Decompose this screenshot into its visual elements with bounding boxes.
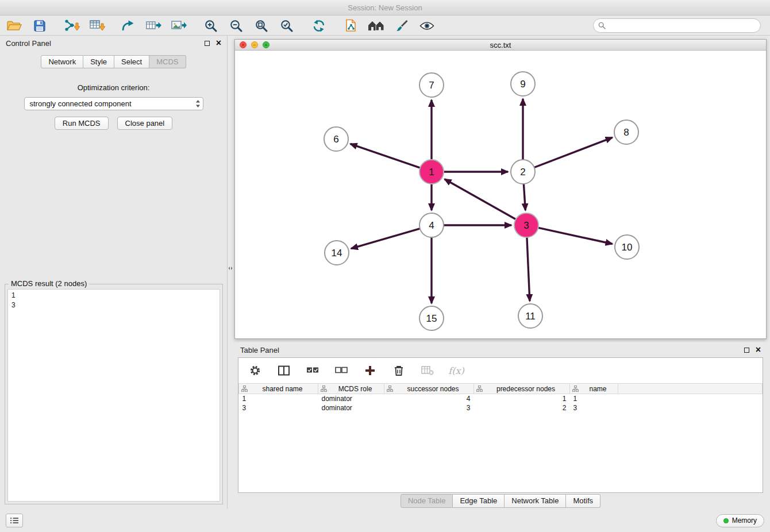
export-table-icon[interactable] xyxy=(145,17,162,34)
window-titlebar: Session: New Session xyxy=(0,0,770,16)
table-cell[interactable]: 1 xyxy=(239,394,318,403)
table-toolbar: f(x) xyxy=(238,358,763,383)
float-table-panel-icon[interactable] xyxy=(744,348,749,353)
graph-node-label: 11 xyxy=(525,311,536,322)
panel-splitter-handle[interactable] xyxy=(227,261,234,277)
delete-table-icon[interactable] xyxy=(419,362,436,379)
close-panel-button[interactable]: Close panel xyxy=(117,117,173,130)
column-header-name[interactable]: name xyxy=(570,384,618,394)
graph-node-7[interactable]: 7 xyxy=(419,73,444,97)
show-graphics-details-icon[interactable] xyxy=(418,17,436,34)
table-tab-motifs[interactable]: Motifs xyxy=(566,494,600,508)
search-input[interactable] xyxy=(609,21,756,30)
graph-node-label: 15 xyxy=(426,313,437,324)
graph-node-9[interactable]: 9 xyxy=(511,72,535,96)
graph-edge-4-14[interactable] xyxy=(351,229,420,249)
function-builder-icon[interactable]: f(x) xyxy=(448,362,465,379)
column-type-icon xyxy=(241,385,248,392)
mcds-result-list[interactable]: 13 xyxy=(7,289,220,502)
refresh-view-icon[interactable] xyxy=(310,17,328,34)
table-cell[interactable]: 3 xyxy=(384,403,474,413)
apply-style-icon[interactable] xyxy=(393,17,410,34)
zoom-selected-icon[interactable] xyxy=(278,17,295,34)
select-all-columns-icon[interactable] xyxy=(304,362,321,379)
zoom-out-icon[interactable] xyxy=(228,17,245,34)
table-tab-network-table[interactable]: Network Table xyxy=(505,494,566,508)
tab-mcds[interactable]: MCDS xyxy=(149,55,186,68)
table-cell[interactable]: 1 xyxy=(474,394,570,403)
ui-settings-button[interactable] xyxy=(6,514,23,527)
delete-columns-icon[interactable] xyxy=(390,362,407,379)
export-network-icon[interactable] xyxy=(120,17,137,34)
graph-node-11[interactable]: 11 xyxy=(518,304,542,328)
graph-node-10[interactable]: 10 xyxy=(615,235,639,259)
graph-edge-3-1[interactable] xyxy=(445,179,516,219)
table-panel: Table Panel × xyxy=(234,342,767,509)
graph-node-1[interactable]: 1 xyxy=(419,160,444,184)
network-view-window: × − + scc.txt 7968124314101511 xyxy=(234,39,767,339)
home-icon[interactable] xyxy=(368,17,385,34)
graph-node-label: 1 xyxy=(429,167,434,178)
table-cell-filler xyxy=(618,403,763,413)
criterion-dropdown[interactable]: strongly connected component xyxy=(24,97,203,110)
graph-node-2[interactable]: 2 xyxy=(511,160,535,184)
run-mcds-button[interactable]: Run MCDS xyxy=(55,117,109,130)
table-cell[interactable]: 1 xyxy=(570,394,618,403)
graph-node-8[interactable]: 8 xyxy=(614,120,638,144)
close-table-panel-icon[interactable]: × xyxy=(756,346,761,353)
graph-node-15[interactable]: 15 xyxy=(419,306,444,330)
table-cell[interactable]: 4 xyxy=(384,394,474,403)
minimize-window-icon[interactable]: − xyxy=(251,41,258,48)
network-graph[interactable]: 7968124314101511 xyxy=(235,51,766,338)
float-panel-icon[interactable] xyxy=(205,41,210,46)
column-header-label: predecessor nodes xyxy=(496,385,555,393)
window-title: Session: New Session xyxy=(348,3,422,12)
graph-node-label: 6 xyxy=(333,134,338,145)
graph-node-14[interactable]: 14 xyxy=(325,241,349,265)
graph-node-label: 2 xyxy=(520,167,525,178)
close-panel-icon[interactable]: × xyxy=(216,40,221,47)
graph-edge-2-8[interactable] xyxy=(534,137,613,167)
table-row[interactable]: 1dominator411 xyxy=(239,394,763,403)
import-table-icon[interactable] xyxy=(88,17,106,34)
tab-select[interactable]: Select xyxy=(114,55,149,68)
unselect-all-columns-icon[interactable] xyxy=(333,362,350,379)
column-header-predecessor-nodes[interactable]: predecessor nodes xyxy=(474,384,570,394)
zoom-in-icon[interactable] xyxy=(202,17,220,34)
create-new-column-icon[interactable] xyxy=(361,362,379,379)
graph-edge-2-3[interactable] xyxy=(523,184,525,210)
table-tab-node-table[interactable]: Node Table xyxy=(401,494,453,508)
table-cell-filler xyxy=(618,394,763,403)
zoom-fit-icon[interactable] xyxy=(253,17,270,34)
graph-node-3[interactable]: 3 xyxy=(514,213,538,237)
graph-edge-1-6[interactable] xyxy=(351,144,421,168)
graph-edge-3-10[interactable] xyxy=(538,228,613,244)
export-image-icon[interactable] xyxy=(170,17,187,34)
tab-style[interactable]: Style xyxy=(83,55,114,68)
close-window-icon[interactable]: × xyxy=(240,41,247,48)
table-cell[interactable]: dominator xyxy=(318,394,384,403)
import-network-icon[interactable] xyxy=(63,17,80,34)
format-columns-icon[interactable] xyxy=(275,362,292,379)
table-cell[interactable]: 2 xyxy=(474,403,570,413)
graph-edge-3-11[interactable] xyxy=(527,237,530,301)
column-header-successor-nodes[interactable]: successor nodes xyxy=(384,384,474,394)
network-window-titlebar[interactable]: × − + scc.txt xyxy=(235,40,766,51)
graph-node-6[interactable]: 6 xyxy=(324,127,348,151)
table-cell[interactable]: dominator xyxy=(318,403,384,413)
new-network-from-selection-icon[interactable] xyxy=(342,17,360,34)
table-mode-icon[interactable] xyxy=(247,362,264,379)
column-header-shared-name[interactable]: shared name xyxy=(239,384,318,394)
open-session-icon[interactable] xyxy=(6,17,23,34)
tab-network[interactable]: Network xyxy=(41,55,83,68)
table-row[interactable]: 3dominator323 xyxy=(239,403,763,413)
zoom-window-icon[interactable]: + xyxy=(263,41,270,48)
memory-button[interactable]: Memory xyxy=(716,514,764,527)
table-cell[interactable]: 3 xyxy=(239,403,318,413)
column-header-MCDS-role[interactable]: MCDS role xyxy=(318,384,384,394)
search-field[interactable] xyxy=(593,18,761,33)
graph-node-4[interactable]: 4 xyxy=(419,213,444,237)
save-session-icon[interactable] xyxy=(31,17,48,34)
table-cell[interactable]: 3 xyxy=(570,403,618,413)
table-tab-edge-table[interactable]: Edge Table xyxy=(453,494,505,508)
